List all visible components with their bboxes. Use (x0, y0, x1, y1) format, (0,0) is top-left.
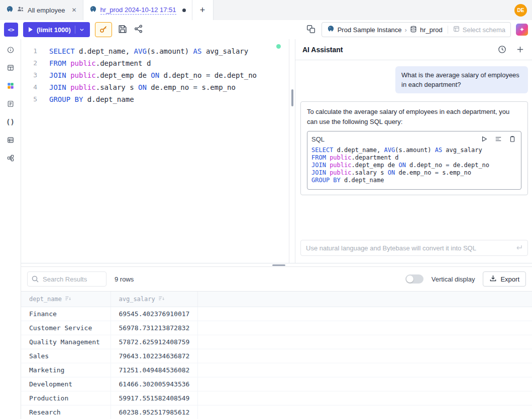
cell-avg-salary: 79643.102234636872 (111, 349, 198, 363)
table-row[interactable]: Finance69545.402376910017 (21, 307, 532, 321)
cell-dept-name: Development (21, 377, 111, 391)
sort-icon[interactable] (65, 295, 71, 303)
export-label: Export (500, 275, 519, 283)
ai-panel-title: AI Assistant (302, 46, 343, 54)
editor-row: 1SELECT d.dept_name, AVG(s.amount) AS av… (21, 39, 532, 263)
new-tab-button[interactable]: + (192, 0, 214, 20)
history-clock-icon[interactable] (497, 44, 507, 55)
export-button[interactable]: Export (483, 271, 526, 287)
cell-filler (198, 363, 532, 377)
cell-avg-salary: 60238.952517985612 (111, 405, 198, 419)
tabbar-spacer (214, 0, 514, 20)
results-table: dept_name avg_salary Finance69545.402376… (21, 291, 532, 419)
results-panel: 9 rows Vertical display Export (21, 267, 532, 419)
cell-avg-salary: 56978.731213872832 (111, 321, 198, 335)
left-icon-rail: () (0, 39, 21, 419)
code-line: 1SELECT d.dept_name, AVG(s.amount) AS av… (21, 45, 289, 57)
tab-label: All employee (28, 7, 65, 14)
column-header-filler (198, 292, 532, 307)
splitter-handle[interactable] (272, 264, 285, 266)
sql-editor-code: 1SELECT d.dept_name, AVG(s.amount) AS av… (21, 45, 289, 105)
table-row[interactable]: Production59917.551582408549 (21, 391, 532, 405)
table-row[interactable]: Development61466.302005943536 (21, 377, 532, 391)
ai-sql-code: SELECT d.dept_name, AVG(s.amount) AS avg… (311, 147, 517, 184)
column-header-dept-name[interactable]: dept_name (21, 292, 111, 307)
ai-prompt-input[interactable] (300, 240, 528, 256)
line-number: 1 (21, 45, 45, 57)
code-line: JOIN public.salary s ON de.emp_no = s.em… (311, 169, 517, 177)
code-line: 5GROUP BY d.dept_name (21, 93, 289, 105)
bytebase-sql-editor-app: All employee ✕ hr_prod 2024-10-12 17:51 … (0, 0, 532, 419)
braces-icon[interactable]: () (4, 115, 17, 128)
connection-status-dot (276, 44, 281, 49)
cell-dept-name: Customer Service (21, 321, 111, 335)
cell-filler (198, 335, 532, 349)
assistant-message: To calculate the average salary of emplo… (300, 101, 528, 195)
cell-avg-salary: 71251.049484536082 (111, 363, 198, 377)
format-sql-icon[interactable] (494, 134, 503, 144)
table-row[interactable]: Marketing71251.049484536082 (21, 363, 532, 377)
sort-icon[interactable] (158, 295, 165, 303)
horizontal-splitter[interactable] (21, 263, 532, 267)
connection-breadcrumb[interactable]: Prod Sample Instance › hr_prod Select sc… (322, 22, 511, 37)
cell-avg-salary: 57872.625912408759 (111, 335, 198, 349)
new-chat-plus-icon[interactable] (515, 45, 525, 54)
cell-avg-salary: 61466.302005943536 (111, 377, 198, 391)
run-sql-icon[interactable] (480, 134, 489, 144)
code-line: 2FROM public.department d (21, 57, 289, 69)
sql-block-header: SQL (311, 133, 517, 145)
chevron-down-icon[interactable] (79, 26, 84, 34)
tab-all-employee[interactable]: All employee ✕ (0, 0, 83, 20)
line-number: 4 (21, 81, 45, 93)
info-icon[interactable] (4, 43, 17, 56)
cell-filler (198, 307, 532, 321)
toggle-knob (406, 275, 413, 283)
tab-label: hr_prod 2024-10-12 17:51 (100, 6, 176, 15)
table-schema-icon[interactable] (4, 61, 17, 74)
breadcrumb-divider (448, 26, 448, 34)
ai-chat-body: What is the average salary of employees … (295, 60, 532, 235)
cell-avg-salary: 59917.551582408549 (111, 391, 198, 405)
code-line: FROM public.department d (311, 154, 517, 162)
table-row[interactable]: Research60238.952517985612 (21, 405, 532, 419)
column-header-avg-salary[interactable]: avg_salary (111, 292, 198, 307)
run-query-button[interactable]: (limit 1000) (23, 22, 90, 37)
copy-sql-icon[interactable] (508, 134, 517, 144)
ai-plugin-icon[interactable]: ✦ (516, 24, 528, 36)
table-row[interactable]: Sales79643.102234636872 (21, 349, 532, 363)
select-schema-placeholder[interactable]: Select schema (463, 26, 505, 34)
sql-editor[interactable]: 1SELECT d.dept_name, AVG(s.amount) AS av… (21, 39, 289, 263)
share-icon (134, 25, 143, 35)
tab-hr-prod[interactable]: hr_prod 2024-10-12 17:51 (83, 0, 192, 20)
table-row[interactable]: Quality Management57872.625912408759 (21, 335, 532, 349)
user-avatar[interactable]: DE (514, 4, 527, 17)
editor-toolbar: <> (limit 1000) Prod Sample Instance › h… (0, 20, 532, 39)
save-icon (118, 25, 127, 35)
line-number: 5 (21, 93, 45, 105)
sidebar-toggle-button[interactable]: <> (4, 23, 18, 37)
save-button[interactable] (117, 24, 128, 36)
close-tab-icon[interactable]: ✕ (71, 7, 76, 14)
tab-bar: All employee ✕ hr_prod 2024-10-12 17:51 … (0, 0, 532, 20)
splitter-handle[interactable] (291, 89, 293, 106)
ai-assistant-panel: AI Assistant What is the average salary … (295, 39, 532, 263)
cell-dept-name: Marketing (21, 363, 111, 377)
colored-schema-diagram-icon[interactable] (4, 79, 17, 92)
data-table-icon[interactable] (4, 133, 17, 147)
enter-key-icon (515, 244, 523, 254)
ai-key-button[interactable] (95, 22, 112, 37)
workflow-icon[interactable] (4, 152, 17, 165)
vertical-display-toggle[interactable] (405, 274, 423, 284)
vertical-display-label: Vertical display (432, 275, 475, 283)
sheet-icon[interactable] (4, 97, 17, 110)
code-line: GROUP BY d.dept_name (311, 177, 517, 184)
line-number: 3 (21, 69, 45, 81)
switch-connection-button[interactable] (305, 24, 316, 36)
share-button[interactable] (133, 24, 144, 36)
breadcrumb-separator: › (405, 26, 407, 34)
cell-dept-name: Finance (21, 307, 111, 321)
code-line: JOIN public.dept_emp de ON d.dept_no = d… (311, 162, 517, 169)
table-row[interactable]: Customer Service56978.731213872832 (21, 321, 532, 335)
cell-dept-name: Research (21, 405, 111, 419)
vertical-splitter[interactable] (289, 39, 295, 263)
